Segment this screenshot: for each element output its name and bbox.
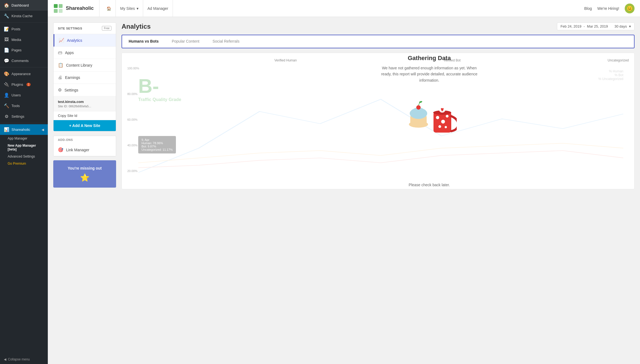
my-sites-chevron-icon: ▾ [137,6,138,11]
tooltip-human: Human: 78.96% [141,141,173,145]
blog-nav-link[interactable]: Blog [584,6,592,11]
date-separator: - [584,24,585,28]
svg-point-17 [445,126,447,128]
sidebar-item-new-app-manager[interactable]: New App Manager [beta] [0,142,48,153]
sidebar-item-media[interactable]: 🖼 Media [0,34,48,45]
svg-rect-4 [59,9,63,13]
sidebar-item-go-premium[interactable]: Go Premium [0,160,48,167]
logo-text: Shareaholic [66,5,94,11]
collapse-icon: ◀ [4,357,6,361]
menu-item-apps[interactable]: 🗃 Apps [54,47,116,59]
verified-human-label: Verified Human [274,58,297,62]
logo-area: Shareaholic [53,0,99,17]
sidebar-item-appearance[interactable]: 🎨 Appearance [0,69,48,79]
settings-menu-icon: ⚙ [58,87,62,93]
media-icon: 🖼 [4,37,9,42]
home-nav-button[interactable]: 🏠 [102,0,116,17]
svg-rect-3 [54,9,58,13]
addons-body: 🎯 Link Manager [53,144,116,156]
sidebar-item-posts[interactable]: 📝 Posts [0,24,48,34]
uncategorized-label: Uncategorized [608,58,629,62]
link-manager-icon: 🎯 [58,147,63,152]
hiring-nav-link[interactable]: We're Hiring! [597,6,619,11]
svg-point-9 [416,105,421,110]
sidebar-item-dashboard[interactable]: 🏠 Dashboard [0,0,48,11]
tab-popular-content[interactable]: Popular Content [165,35,206,48]
ad-manager-nav-button[interactable]: Ad Manager [143,0,173,17]
check-back-text: Please check back later. [377,183,481,187]
svg-point-15 [446,115,449,118]
analytics-content-area: 100.00% 80.00% 60.00% 40.00% 20.00% B- T… [122,53,635,189]
menu-item-earnings[interactable]: 🖨 Earnings [54,72,116,84]
sidebar-item-tools[interactable]: 🔨 Tools [0,100,48,111]
sidebar-item-advanced-settings[interactable]: Advanced Settings [0,153,48,160]
missing-out-label: You're missing out [68,166,102,170]
tooltip-date: 9, Apr [141,138,173,141]
analytics-tabs-container: Humans vs Bots Popular Content Social Re… [122,35,635,48]
svg-point-14 [441,120,445,124]
right-panel: Analytics Feb 24, 2019 - Mar 25, 2019 30… [122,22,635,359]
free-badge: Free [102,26,111,31]
date-range: 30 days [614,24,627,28]
chart-y-labels: 100.00% 80.00% 60.00% 40.00% 20.00% [127,67,139,173]
analytics-header: Analytics Feb 24, 2019 - Mar 25, 2019 30… [122,22,635,30]
tooltip-bot: Bot: 9.87% [141,145,173,148]
main-content-area: Shareaholic 🏠 My Sites ▾ Ad Manager Blog… [48,0,640,364]
sidebar-item-pages[interactable]: 📄 Pages [0,45,48,55]
tab-social-referrals[interactable]: Social Referrals [206,35,246,48]
collapse-menu-button[interactable]: ◀ Collapse menu [0,355,48,364]
dashboard-icon: 🏠 [4,3,9,8]
chart-tooltip: 9, Apr Human: 78.96% Bot: 9.87% Uncatego… [138,136,176,153]
add-new-site-button[interactable]: + Add A New Site [54,120,116,131]
legend-human: % Human [598,69,623,73]
addons-section: ADD-ONS 🎯 Link Manager [53,136,116,156]
plugins-badge: 1 [26,83,31,86]
shareaholic-collapse-icon: ◀ [42,128,44,132]
sidebar-item-shareaholic[interactable]: 📊 Shareaholic ◀ [0,124,48,135]
shareaholic-logo-icon [53,4,63,13]
users-icon: 👤 [4,93,9,98]
date-range-picker[interactable]: Feb 24, 2019 - Mar 25, 2019 30 days ▾ [557,22,635,30]
site-info-block: test.kinsta.com Site ID: 0862fb680efa5..… [54,96,116,111]
posts-icon: 📝 [4,26,9,32]
analytics-menu-icon: 📈 [59,38,64,43]
wp-admin-sidebar: 🏠 Dashboard 🔧 Kinsta Cache 📝 Posts 🖼 Med… [0,0,48,364]
date-start: Feb 24, 2019 [561,24,582,28]
nav-right-area: Blog We're Hiring! 😐 [584,4,635,13]
site-id-row: Site ID: 0862fb680efa5... [58,105,111,108]
sidebar-item-kinsta-cache[interactable]: 🔧 Kinsta Cache [0,11,48,21]
plugins-icon: 🔌 [4,82,9,87]
svg-rect-1 [54,4,58,8]
page-body: SITE SETTINGS Free 📈 Analytics 🗃 Apps 📋 … [48,17,640,364]
copy-site-id-button[interactable]: Copy Site Id [54,111,116,120]
menu-item-content-library[interactable]: 📋 Content Library [54,59,116,72]
menu-item-analytics[interactable]: 📈 Analytics [54,34,116,47]
date-end: Mar 25, 2019 [587,24,608,28]
sidebar-item-comments[interactable]: 💬 Comments [0,55,48,66]
site-settings-header: SITE SETTINGS Free [54,23,116,34]
sidebar-item-app-manager[interactable]: App Manager [0,135,48,142]
settings-icon: ⚙ [4,114,9,119]
analytics-title: Analytics [122,23,151,30]
missing-out-card[interactable]: You're missing out ⭐ [53,160,116,188]
tooltip-uncategorized: Uncategorized: 11.17% [141,148,173,151]
top-nav-bar: Shareaholic 🏠 My Sites ▾ Ad Manager Blog… [48,0,640,17]
home-icon: 🏠 [107,6,111,11]
addons-header: ADD-ONS [53,136,116,144]
my-sites-nav-button[interactable]: My Sites ▾ [116,0,143,17]
left-panel: SITE SETTINGS Free 📈 Analytics 🗃 Apps 📋 … [53,22,116,359]
sidebar-item-settings[interactable]: ⚙ Settings [0,111,48,122]
kinsta-cache-icon: 🔧 [4,13,9,19]
sidebar-item-users[interactable]: 👤 Users [0,90,48,100]
sidebar-item-plugins[interactable]: 🔌 Plugins 1 [0,79,48,90]
date-range-chevron-icon: ▾ [629,24,631,28]
comments-icon: 💬 [4,58,9,63]
tab-humans-vs-bots[interactable]: Humans vs Bots [122,35,165,48]
gathering-data-description: We have not gathered enough information … [377,65,481,83]
svg-rect-2 [59,4,63,8]
svg-point-16 [438,125,441,128]
user-avatar[interactable]: 😐 [625,4,635,13]
menu-item-link-manager[interactable]: 🎯 Link Manager [54,144,116,156]
appearance-icon: 🎨 [4,71,9,76]
menu-item-settings[interactable]: ⚙ Settings [54,84,116,96]
